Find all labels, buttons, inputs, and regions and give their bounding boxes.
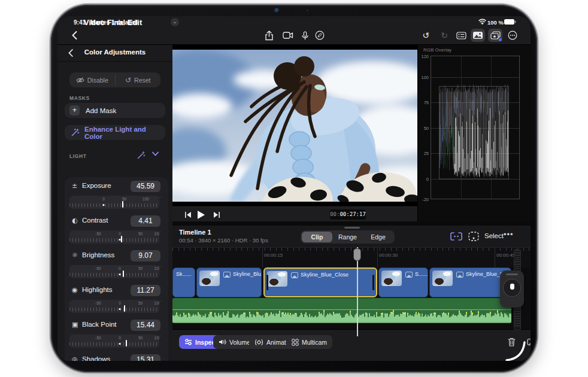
- timeline-clip[interactable]: S......: [378, 267, 428, 297]
- brightness-icon: ☼: [72, 251, 78, 259]
- scope-ylabel: -20: [418, 197, 429, 202]
- skip-forward-icon[interactable]: [210, 209, 222, 221]
- brightness-value[interactable]: 9.07: [131, 250, 160, 262]
- bottom-toolbar: Inspect Volume Animate Multicam: [172, 329, 531, 361]
- select-label[interactable]: Select: [484, 232, 504, 239]
- more-options-icon[interactable]: [505, 29, 520, 42]
- timeline-clip[interactable]: Sk......: [172, 267, 195, 297]
- screen: 9:41 Martes 1 de abril 100 % Video Final…: [57, 16, 531, 361]
- slider-label: Highlights: [82, 286, 113, 293]
- play-icon[interactable]: [195, 209, 207, 221]
- ruler-label: 00:00:30: [379, 253, 398, 258]
- timeline-drag-handle[interactable]: [344, 227, 360, 229]
- skip-back-icon[interactable]: [182, 209, 194, 221]
- front-camera: [274, 8, 280, 13]
- panel-header: Color Adjustments: [57, 45, 172, 62]
- exposure-slider[interactable]: 0 50 100: [69, 196, 159, 209]
- contrast-slider[interactable]: -50 0 50 100: [69, 230, 159, 244]
- select-tool-icon[interactable]: [468, 232, 479, 241]
- battery-percent: 100 %: [487, 19, 504, 26]
- shadows-value[interactable]: 15.31: [131, 354, 160, 361]
- mode-edge[interactable]: Edge: [363, 232, 393, 242]
- audio-track[interactable]: [172, 298, 511, 323]
- scope-ylabel: 50: [418, 126, 429, 131]
- light-wand-icon[interactable]: [137, 151, 146, 160]
- mode-range[interactable]: Range: [332, 232, 363, 242]
- disable-reset-group: Disable ↺ Reset: [69, 72, 160, 87]
- media-type-icon: [405, 272, 413, 278]
- slider-label: Shadows: [82, 355, 110, 361]
- clip-thumbnail: [267, 271, 287, 287]
- divider: [172, 221, 531, 226]
- multicam-button[interactable]: Multicam: [286, 335, 332, 349]
- share-icon[interactable]: [262, 29, 276, 42]
- black-point-icon: ▣: [72, 321, 78, 329]
- disable-button[interactable]: Disable: [69, 72, 115, 87]
- slider-label: Contrast: [82, 217, 108, 224]
- animate-icon: [254, 339, 263, 346]
- mode-clip[interactable]: Clip: [302, 232, 332, 242]
- media-browser-icon[interactable]: [471, 29, 485, 42]
- contrast-value[interactable]: 4.41: [131, 215, 160, 227]
- scope-title: RGB Overlay: [423, 47, 451, 53]
- slider-label: Exposure: [82, 182, 111, 189]
- light-section-label: LIGHT: [69, 153, 87, 159]
- multicam-icon: [292, 339, 299, 346]
- black-point-slider[interactable]: -50 0 50 100: [69, 335, 159, 348]
- slider-label: Black Point: [82, 321, 117, 328]
- reset-icon: ↺: [125, 76, 131, 84]
- playhead[interactable]: [353, 248, 361, 261]
- title-bar: Video Final Edit ⌄ ↺ ↻: [57, 27, 531, 45]
- scope-ylabel: 25: [418, 151, 429, 156]
- media-type-icon: [291, 272, 298, 278]
- timeline-clip[interactable]: Skyline_Blue_Backgrou: [429, 267, 511, 297]
- exposure-group: ± Exposure 45.59 0 50 100: [57, 181, 172, 214]
- enhance-light-color-button[interactable]: Enhance Light and Color: [65, 125, 165, 140]
- brightness-slider[interactable]: -50 0 50 100: [69, 265, 159, 278]
- back-icon[interactable]: [67, 29, 81, 42]
- clip-thumbnail: [199, 270, 220, 286]
- jog-drag-handle[interactable]: [506, 273, 518, 275]
- ipad-device-frame: 9:41 Martes 1 de abril 100 % Video Final…: [51, 5, 537, 372]
- black-point-group: ▣ Black Point 15.44 -50 0 50 100: [57, 320, 172, 353]
- scope-ylabel: 120: [418, 54, 429, 59]
- record-camera-icon[interactable]: [281, 29, 295, 42]
- highlights-slider[interactable]: -50 0 50 100: [69, 300, 159, 313]
- project-title-dropdown-icon[interactable]: ⌄: [171, 18, 179, 26]
- jog-pointer: [510, 284, 514, 290]
- color-adjustments-panel: Color Adjustments Disable ↺ Reset MASKS …: [57, 45, 172, 361]
- trim-handle-right[interactable]: [372, 275, 374, 290]
- magnetic-timeline-icon[interactable]: [450, 232, 462, 241]
- exposure-value[interactable]: 45.59: [131, 181, 160, 192]
- clip-thumbnail: [381, 270, 402, 286]
- media-type-icon: [456, 272, 463, 278]
- clips-star-icon[interactable]: [488, 29, 502, 42]
- scope-ylabel: 75: [418, 100, 429, 105]
- inspector-list-icon[interactable]: [454, 29, 468, 42]
- plus-icon: +: [69, 105, 80, 115]
- timeline-ruler[interactable]: 00:00:15 00:00:30 00:00:45: [172, 247, 531, 267]
- video-viewer[interactable]: [172, 45, 417, 206]
- jog-wheel[interactable]: [500, 270, 524, 308]
- redo-icon[interactable]: ↻: [437, 29, 451, 42]
- undo-icon[interactable]: ↺: [419, 29, 433, 42]
- pencil-gesture-arc: [503, 340, 527, 361]
- notification-dot: [499, 38, 502, 41]
- black-point-value[interactable]: 15.44: [131, 320, 160, 331]
- add-mask-button[interactable]: + Add Mask: [65, 103, 165, 118]
- light-collapse-chevron-icon[interactable]: [152, 151, 159, 156]
- microphone-icon[interactable]: [298, 29, 312, 42]
- timeline-more-icon[interactable]: •••: [504, 230, 514, 239]
- waveform-plot: [431, 56, 520, 199]
- pencil-annotate-icon[interactable]: [313, 29, 327, 42]
- reset-button[interactable]: ↺ Reset: [116, 72, 161, 87]
- trim-handle-left[interactable]: [266, 275, 268, 290]
- scope-ylabel: 100: [418, 75, 429, 80]
- timeline-clip[interactable]: Skyline_Blue_Wide: [196, 267, 262, 297]
- timeline-header: Timeline 1 00:54 · 3840 × 2160 · HDR · 3…: [172, 226, 531, 247]
- ambient-sensor: [307, 10, 308, 11]
- project-title[interactable]: Video Final Edit: [84, 18, 142, 27]
- highlights-value[interactable]: 11.27: [131, 285, 160, 296]
- exposure-icon: ±: [72, 182, 77, 190]
- timeline-clip-selected[interactable]: Skyline_Blue_Close: [263, 267, 377, 297]
